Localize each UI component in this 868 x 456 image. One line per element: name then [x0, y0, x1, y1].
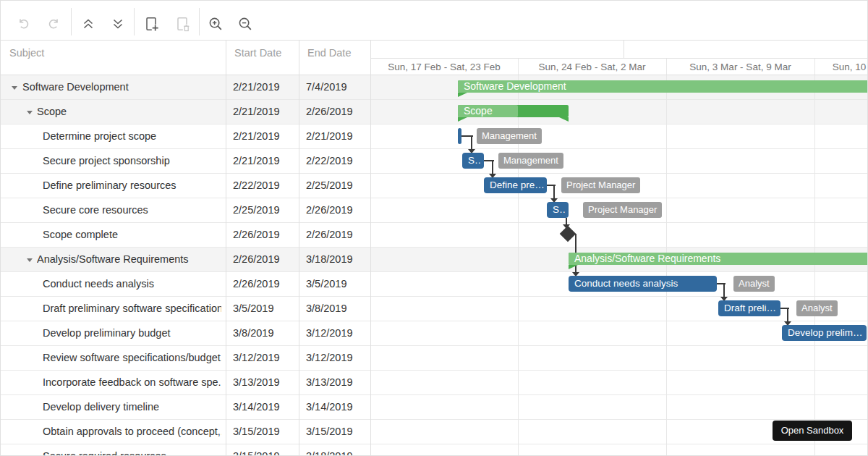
subject-cell: Draft preliminary software specification…: [43, 297, 221, 321]
task-bar[interactable]: Conduct needs analysis: [569, 276, 717, 292]
zoom-in-button[interactable]: [206, 14, 225, 33]
task-bar-label: Define pre…: [490, 177, 544, 193]
end-date-cell: 3/13/2019: [306, 371, 365, 394]
undo-button[interactable]: [14, 14, 33, 33]
subject-cell: Secure core resources: [43, 198, 221, 222]
grid-row[interactable]: Develop delivery timeline3/14/20193/14/2…: [1, 395, 370, 420]
parent-task-bar[interactable]: Scope: [458, 105, 569, 117]
subject-cell: Analysis/Software Requirements: [37, 248, 221, 271]
grid-row[interactable]: Analysis/Software Requirements2/26/20193…: [1, 248, 370, 272]
task-bar[interactable]: Draft preli…: [718, 300, 780, 316]
start-date-cell: 3/13/2019: [233, 371, 292, 394]
parent-wing-left: [569, 265, 578, 269]
task-bar-label: Scope: [464, 105, 566, 117]
grid-row[interactable]: Draft preliminary software specification…: [1, 297, 370, 321]
grid-row[interactable]: Software Development2/21/20197/4/2019: [1, 75, 370, 100]
parent-task-bar[interactable]: Analysis/Software Requirements: [569, 253, 868, 265]
grid-row[interactable]: Secure core resources2/25/20192/26/2019: [1, 198, 370, 223]
subject-cell: Conduct needs analysis: [43, 272, 221, 296]
dependency-connector: [787, 308, 788, 321]
start-date-cell: 2/26/2019: [233, 248, 292, 271]
start-date-cell: 2/21/2019: [233, 124, 292, 148]
subject-cell: Develop preliminary budget: [43, 321, 221, 345]
grid-row[interactable]: Define preliminary resources2/22/20192/2…: [1, 174, 370, 198]
grid-row[interactable]: Secure project sponsorship2/21/20192/22/…: [1, 149, 370, 174]
task-bar[interactable]: S…: [462, 153, 484, 169]
end-date-cell: 3/5/2019: [306, 272, 365, 296]
add-task-button[interactable]: [142, 14, 161, 33]
resource-badge: Analyst: [796, 300, 838, 316]
column-header-subject[interactable]: Subject: [9, 46, 220, 60]
grid-chart-splitter[interactable]: [370, 40, 371, 456]
end-date-cell: 2/26/2019: [306, 198, 365, 222]
dependency-connector: [566, 218, 567, 224]
start-date-cell: 2/22/2019: [233, 174, 292, 198]
subject-cell: Scope complete: [43, 223, 221, 247]
start-date-cell: 2/25/2019: [233, 198, 292, 222]
toolbar-separator: [134, 8, 135, 35]
grid-row[interactable]: Scope complete2/26/20192/26/2019: [1, 223, 370, 248]
task-bar-label: Develop prelim…: [788, 325, 864, 341]
subject-cell: Incorporate feedback on software spe...: [43, 371, 221, 394]
zoom-out-button[interactable]: [236, 14, 255, 33]
collapse-all-button[interactable]: [109, 14, 127, 33]
task-bar-label: S…: [468, 153, 481, 169]
grid-row[interactable]: Conduct needs analysis2/26/20193/5/2019: [1, 272, 370, 297]
toolbar-border: [1, 40, 868, 41]
dependency-connector: [492, 160, 493, 174]
task-bar[interactable]: S…: [547, 202, 569, 218]
end-date-cell: 3/12/2019: [306, 346, 365, 370]
grid-row[interactable]: Develop preliminary budget3/8/20193/12/2…: [1, 321, 370, 346]
grid-row[interactable]: Secure required resources3/15/20193/18/2…: [1, 444, 370, 456]
expand-all-button[interactable]: [79, 14, 98, 33]
end-date-cell: 2/21/2019: [306, 124, 365, 148]
parent-task-bar[interactable]: Software Development: [458, 80, 868, 93]
dependency-connector: [723, 283, 725, 297]
start-date-cell: 2/21/2019: [233, 149, 292, 173]
start-date-cell: 3/5/2019: [233, 297, 292, 321]
dependency-connector: [471, 135, 472, 149]
expander-icon[interactable]: [27, 258, 33, 262]
task-bar-label: Software Development: [464, 80, 868, 93]
expander-icon[interactable]: [12, 86, 17, 90]
end-date-cell: 2/26/2019: [306, 100, 365, 124]
end-date-cell: 3/18/2019: [306, 444, 365, 456]
subject-cell: Review software specifications/budget...: [43, 346, 221, 370]
start-date-cell: 3/8/2019: [233, 321, 292, 345]
grid-row[interactable]: Obtain approvals to proceed (concept,...…: [1, 420, 370, 444]
resource-badge: Analyst: [733, 276, 775, 292]
timeline-tier-border: [370, 58, 868, 59]
parent-wing-right: [559, 117, 569, 122]
start-date-cell: 2/21/2019: [233, 75, 292, 99]
task-bar[interactable]: [458, 128, 461, 144]
dependency-connector: [553, 185, 555, 198]
week-header-cell: Sun, 24 Feb - Sat, 2 Mar: [518, 60, 666, 75]
parent-wing-left: [458, 117, 467, 122]
month-tier-line: [624, 40, 624, 58]
redo-button[interactable]: [44, 14, 63, 33]
start-date-cell: 3/15/2019: [233, 444, 292, 456]
column-header-start[interactable]: Start Date: [234, 46, 293, 60]
end-date-cell: 3/14/2019: [306, 395, 365, 419]
expander-icon[interactable]: [27, 111, 33, 114]
resource-badge: Project Manager: [583, 202, 662, 218]
start-date-cell: 3/12/2019: [233, 346, 292, 370]
grid-row[interactable]: Review software specifications/budget...…: [1, 346, 370, 371]
column-header-end[interactable]: End Date: [307, 46, 365, 60]
delete-task-button[interactable]: [173, 14, 192, 33]
task-bar[interactable]: Develop prelim…: [782, 325, 867, 341]
grid-row[interactable]: Incorporate feedback on software spe...3…: [1, 371, 370, 395]
end-date-cell: 7/4/2019: [306, 75, 365, 99]
open-sandbox-button[interactable]: Open Sandbox: [773, 421, 852, 441]
end-date-cell: 3/15/2019: [306, 420, 365, 444]
toolbar-separator: [71, 8, 72, 35]
end-date-cell: 3/12/2019: [306, 321, 365, 345]
task-bar[interactable]: Define pre…: [484, 177, 547, 193]
grid-row[interactable]: Determine project scope2/21/20192/21/201…: [1, 124, 370, 149]
task-bar-label: S…: [553, 202, 566, 218]
subject-cell: Obtain approvals to proceed (concept,...: [43, 420, 221, 444]
week-header-cell: Sun, 17 Feb - Sat, 23 Feb: [370, 60, 518, 75]
end-date-cell: 3/8/2019: [306, 297, 365, 321]
subject-cell: Software Development: [22, 75, 221, 99]
grid-row[interactable]: Scope2/21/20192/26/2019: [1, 100, 370, 124]
